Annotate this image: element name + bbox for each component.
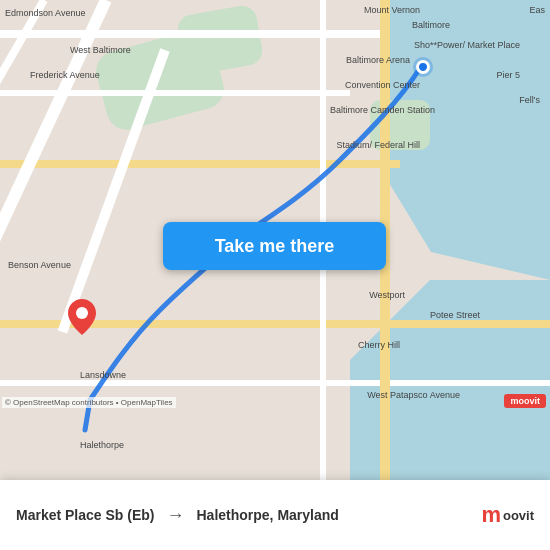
road-h3 xyxy=(0,160,400,168)
park-area-3 xyxy=(370,100,430,150)
route-to-label: Halethorpe, Maryland xyxy=(197,507,339,523)
map-copyright: © OpenStreetMap contributors • OpenMapTi… xyxy=(2,397,176,408)
route-from-label: Market Place Sb (Eb) xyxy=(16,507,155,523)
svg-point-0 xyxy=(76,307,88,319)
route-arrow-icon: → xyxy=(167,505,185,526)
bottom-bar: Market Place Sb (Eb) → Halethorpe, Maryl… xyxy=(0,480,550,550)
road-h2 xyxy=(0,90,350,96)
take-me-there-button[interactable]: Take me there xyxy=(163,222,386,270)
map-container: Edmondson Avenue West Baltimore Frederic… xyxy=(0,0,550,480)
origin-dot xyxy=(416,60,430,74)
moovit-logo: m oovit xyxy=(481,502,534,528)
moovit-wordmark: oovit xyxy=(503,508,534,523)
destination-pin xyxy=(68,299,96,335)
moovit-map-badge: moovit xyxy=(504,394,546,408)
road-h5 xyxy=(0,380,550,386)
moovit-m-letter: m xyxy=(481,502,501,528)
